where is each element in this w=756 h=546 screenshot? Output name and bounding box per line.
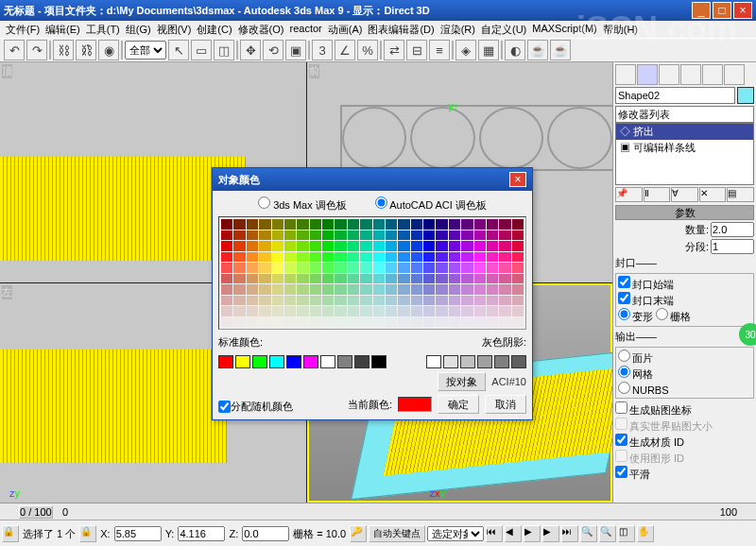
palette-cell[interactable] (272, 274, 284, 284)
palette-cell[interactable] (373, 230, 385, 241)
out-patch-radio[interactable] (618, 350, 630, 362)
palette-cell[interactable] (284, 263, 296, 273)
palette-cell[interactable] (436, 230, 447, 241)
palette-cell[interactable] (310, 296, 321, 306)
percent-snap-button[interactable]: % (357, 40, 378, 60)
palette-cell[interactable] (284, 306, 296, 316)
palette-max-radio[interactable]: 3ds Max 调色板 (258, 196, 347, 213)
menu-graph[interactable]: 图表编辑器(D) (366, 23, 436, 36)
gray-swatch[interactable] (477, 355, 492, 368)
palette-cell[interactable] (335, 306, 346, 316)
color-palette[interactable] (218, 216, 526, 330)
maximize-button[interactable]: □ (713, 2, 731, 19)
palette-cell[interactable] (436, 252, 447, 263)
palette-cell[interactable] (310, 317, 321, 328)
close-button[interactable]: × (733, 2, 752, 19)
palette-cell[interactable] (373, 284, 385, 295)
gray-swatch[interactable] (443, 355, 458, 368)
current-color-swatch[interactable] (398, 397, 432, 412)
palette-cell[interactable] (461, 219, 472, 230)
palette-cell[interactable] (272, 230, 284, 241)
lock2-button[interactable]: 🔒 (79, 525, 96, 542)
palette-cell[interactable] (335, 284, 346, 295)
palette-cell[interactable] (499, 317, 510, 328)
palette-cell[interactable] (297, 306, 308, 316)
std-color-swatch[interactable] (286, 355, 301, 368)
palette-cell[interactable] (335, 274, 346, 284)
palette-cell[interactable] (297, 230, 308, 241)
palette-cell[interactable] (233, 230, 245, 241)
make-unique-button[interactable]: ∀ (671, 187, 698, 202)
palette-cell[interactable] (436, 306, 447, 316)
std-color-swatch[interactable] (337, 355, 352, 368)
palette-cell[interactable] (360, 284, 371, 295)
palette-cell[interactable] (360, 252, 371, 263)
angle-snap-button[interactable]: ∠ (335, 40, 355, 60)
palette-cell[interactable] (284, 252, 296, 263)
palette-cell[interactable] (284, 241, 296, 251)
show-result-button[interactable]: Ⅱ (644, 187, 671, 202)
palette-cell[interactable] (474, 274, 486, 284)
palette-cell[interactable] (423, 274, 435, 284)
align-button[interactable]: ⊟ (406, 40, 427, 60)
palette-cell[interactable] (423, 230, 435, 241)
palette-cell[interactable] (335, 252, 346, 263)
palette-cell[interactable] (411, 219, 422, 230)
palette-cell[interactable] (411, 252, 422, 263)
palette-cell[interactable] (284, 317, 296, 328)
field-of-view-button[interactable]: ◫ (618, 525, 635, 542)
palette-cell[interactable] (247, 317, 258, 328)
palette-cell[interactable] (322, 230, 334, 241)
palette-cell[interactable] (398, 284, 409, 295)
palette-cell[interactable] (487, 296, 498, 306)
palette-cell[interactable] (348, 219, 359, 230)
palette-cell[interactable] (233, 241, 245, 251)
palette-cell[interactable] (449, 274, 460, 284)
palette-cell[interactable] (272, 317, 284, 328)
palette-cell[interactable] (411, 274, 422, 284)
palette-cell[interactable] (411, 241, 422, 251)
ok-button[interactable]: 确定 (438, 395, 479, 414)
palette-cell[interactable] (386, 219, 397, 230)
menu-maxscript[interactable]: MAXScript(M) (530, 23, 598, 36)
goto-end-button[interactable]: ⏭ (561, 525, 578, 542)
palette-cell[interactable] (284, 230, 296, 241)
palette-cell[interactable] (322, 241, 334, 251)
assign-random-checkbox[interactable] (218, 401, 231, 413)
cancel-button[interactable]: 取消 (485, 395, 526, 414)
palette-cell[interactable] (449, 263, 460, 273)
palette-cell[interactable] (233, 317, 245, 328)
palette-cell[interactable] (247, 230, 258, 241)
time-slider-track[interactable]: 0 / 100 0 100 (0, 503, 756, 520)
palette-cell[interactable] (386, 252, 397, 263)
palette-cell[interactable] (348, 274, 359, 284)
palette-cell[interactable] (247, 284, 258, 295)
palette-cell[interactable] (297, 241, 308, 251)
palette-cell[interactable] (512, 284, 524, 295)
gray-swatch[interactable] (494, 355, 509, 368)
palette-cell[interactable] (461, 284, 472, 295)
palette-cell[interactable] (474, 219, 486, 230)
palette-cell[interactable] (272, 284, 284, 295)
palette-cell[interactable] (221, 219, 232, 230)
x-input[interactable] (114, 526, 162, 541)
menu-customize[interactable]: 自定义(U) (479, 23, 528, 36)
gen-uv-checkbox[interactable] (615, 401, 627, 414)
link-button[interactable]: ⛓ (53, 40, 74, 60)
gray-swatch[interactable] (511, 355, 526, 368)
palette-cell[interactable] (360, 306, 371, 316)
tab-create[interactable] (615, 64, 636, 85)
palette-cell[interactable] (398, 230, 409, 241)
palette-cell[interactable] (348, 296, 359, 306)
palette-cell[interactable] (461, 317, 472, 328)
tab-hierarchy[interactable] (659, 64, 679, 85)
palette-cell[interactable] (373, 317, 385, 328)
by-object-button[interactable]: 按对象 (438, 372, 486, 391)
palette-cell[interactable] (423, 263, 435, 273)
palette-cell[interactable] (247, 219, 258, 230)
palette-cell[interactable] (449, 317, 460, 328)
mirror-button[interactable]: ⇄ (384, 40, 404, 60)
palette-cell[interactable] (512, 296, 524, 306)
palette-cell[interactable] (272, 219, 284, 230)
palette-cell[interactable] (499, 230, 510, 241)
